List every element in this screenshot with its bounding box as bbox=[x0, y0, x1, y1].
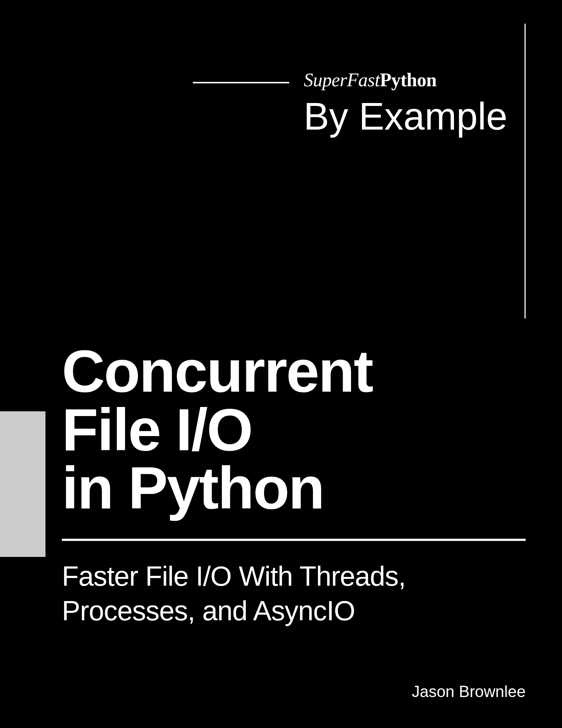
brand-italic-part: SuperFast bbox=[304, 70, 380, 90]
book-title: Concurrent File I/O in Python bbox=[62, 342, 372, 518]
book-subtitle: Faster File I/O With Threads, Processes,… bbox=[62, 559, 526, 628]
horizontal-rule-top bbox=[193, 82, 289, 83]
author-name: Jason Brownlee bbox=[412, 682, 526, 701]
title-line-1: Concurrent bbox=[62, 342, 372, 401]
title-line-2: File I/O bbox=[62, 401, 372, 459]
vertical-rule bbox=[525, 24, 526, 318]
series-label: By Example bbox=[304, 95, 507, 138]
horizontal-rule-bottom bbox=[62, 539, 526, 541]
brand-label: SuperFastPython bbox=[304, 69, 437, 91]
decorative-gray-block bbox=[0, 411, 45, 557]
brand-bold-part: Python bbox=[380, 70, 437, 90]
title-line-3: in Python bbox=[62, 459, 372, 518]
